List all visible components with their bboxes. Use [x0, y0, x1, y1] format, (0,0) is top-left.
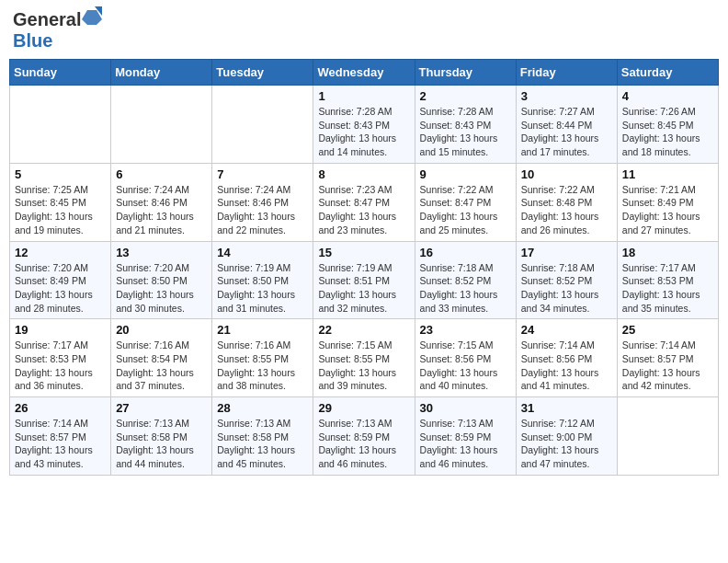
- day-number: 19: [15, 323, 106, 337]
- week-row-2: 5Sunrise: 7:25 AM Sunset: 8:45 PM Daylig…: [10, 163, 719, 241]
- day-info: Sunrise: 7:13 AM Sunset: 8:58 PM Dayligh…: [116, 417, 207, 471]
- day-number: 26: [15, 401, 106, 415]
- calendar-cell: [617, 397, 718, 476]
- calendar-cell: 3Sunrise: 7:27 AM Sunset: 8:44 PM Daylig…: [516, 86, 617, 164]
- day-number: 28: [217, 401, 308, 415]
- calendar-cell: 13Sunrise: 7:20 AM Sunset: 8:50 PM Dayli…: [111, 241, 212, 319]
- day-number: 27: [116, 401, 207, 415]
- day-info: Sunrise: 7:19 AM Sunset: 8:50 PM Dayligh…: [217, 261, 308, 316]
- day-info: Sunrise: 7:14 AM Sunset: 8:56 PM Dayligh…: [521, 339, 612, 393]
- weekday-header-wednesday: Wednesday: [313, 60, 415, 86]
- day-info: Sunrise: 7:12 AM Sunset: 9:00 PM Dayligh…: [521, 417, 612, 471]
- calendar-cell: [111, 86, 212, 164]
- day-info: Sunrise: 7:14 AM Sunset: 8:57 PM Dayligh…: [15, 417, 106, 471]
- day-info: Sunrise: 7:27 AM Sunset: 8:44 PM Dayligh…: [521, 105, 612, 159]
- calendar-cell: 28Sunrise: 7:13 AM Sunset: 8:58 PM Dayli…: [212, 397, 313, 476]
- day-info: Sunrise: 7:13 AM Sunset: 8:59 PM Dayligh…: [318, 417, 409, 471]
- calendar-cell: 20Sunrise: 7:16 AM Sunset: 8:54 PM Dayli…: [111, 319, 212, 397]
- day-number: 24: [521, 323, 612, 337]
- day-number: 31: [521, 401, 612, 415]
- calendar-cell: 4Sunrise: 7:26 AM Sunset: 8:45 PM Daylig…: [617, 86, 718, 164]
- day-number: 23: [420, 323, 511, 337]
- day-number: 2: [420, 89, 511, 103]
- calendar-cell: 5Sunrise: 7:25 AM Sunset: 8:45 PM Daylig…: [10, 163, 111, 241]
- calendar-cell: 16Sunrise: 7:18 AM Sunset: 8:52 PM Dayli…: [415, 241, 516, 319]
- day-info: Sunrise: 7:14 AM Sunset: 8:57 PM Dayligh…: [622, 339, 713, 393]
- day-info: Sunrise: 7:23 AM Sunset: 8:47 PM Dayligh…: [318, 183, 409, 237]
- day-info: Sunrise: 7:18 AM Sunset: 8:52 PM Dayligh…: [420, 261, 511, 316]
- weekday-header-tuesday: Tuesday: [212, 60, 313, 86]
- day-info: Sunrise: 7:24 AM Sunset: 8:46 PM Dayligh…: [217, 183, 308, 237]
- calendar-cell: 30Sunrise: 7:13 AM Sunset: 8:59 PM Dayli…: [415, 397, 516, 476]
- week-row-1: 1Sunrise: 7:28 AM Sunset: 8:43 PM Daylig…: [10, 86, 719, 164]
- calendar-cell: 22Sunrise: 7:15 AM Sunset: 8:55 PM Dayli…: [313, 319, 415, 397]
- day-number: 29: [318, 401, 409, 415]
- day-info: Sunrise: 7:13 AM Sunset: 8:59 PM Dayligh…: [420, 417, 511, 471]
- calendar-cell: 19Sunrise: 7:17 AM Sunset: 8:53 PM Dayli…: [10, 319, 111, 397]
- day-number: 4: [622, 89, 713, 103]
- calendar-cell: [212, 86, 313, 164]
- day-number: 13: [116, 246, 207, 259]
- day-number: 14: [217, 246, 308, 259]
- day-info: Sunrise: 7:28 AM Sunset: 8:43 PM Dayligh…: [318, 105, 409, 159]
- calendar-cell: 12Sunrise: 7:20 AM Sunset: 8:49 PM Dayli…: [10, 241, 111, 319]
- day-info: Sunrise: 7:21 AM Sunset: 8:49 PM Dayligh…: [622, 183, 713, 237]
- day-number: 22: [318, 323, 409, 337]
- day-number: 20: [116, 323, 207, 337]
- day-number: 12: [15, 246, 106, 259]
- day-number: 16: [420, 246, 511, 259]
- calendar-cell: 14Sunrise: 7:19 AM Sunset: 8:50 PM Dayli…: [212, 241, 313, 319]
- calendar-cell: 24Sunrise: 7:14 AM Sunset: 8:56 PM Dayli…: [516, 319, 617, 397]
- day-info: Sunrise: 7:26 AM Sunset: 8:45 PM Dayligh…: [622, 105, 713, 159]
- logo-general-text: General: [13, 9, 81, 30]
- day-number: 5: [15, 167, 106, 181]
- day-number: 7: [217, 167, 308, 181]
- calendar-table: SundayMondayTuesdayWednesdayThursdayFrid…: [9, 59, 719, 476]
- week-row-5: 26Sunrise: 7:14 AM Sunset: 8:57 PM Dayli…: [10, 397, 719, 476]
- day-number: 11: [622, 167, 713, 181]
- calendar-cell: 27Sunrise: 7:13 AM Sunset: 8:58 PM Dayli…: [111, 397, 212, 476]
- calendar-cell: 6Sunrise: 7:24 AM Sunset: 8:46 PM Daylig…: [111, 163, 212, 241]
- day-info: Sunrise: 7:19 AM Sunset: 8:51 PM Dayligh…: [318, 261, 409, 316]
- calendar-cell: 15Sunrise: 7:19 AM Sunset: 8:51 PM Dayli…: [313, 241, 415, 319]
- logo: General Blue: [13, 9, 102, 52]
- day-info: Sunrise: 7:13 AM Sunset: 8:58 PM Dayligh…: [217, 417, 308, 471]
- day-info: Sunrise: 7:17 AM Sunset: 8:53 PM Dayligh…: [622, 261, 713, 316]
- day-info: Sunrise: 7:25 AM Sunset: 8:45 PM Dayligh…: [15, 183, 106, 237]
- calendar-cell: 25Sunrise: 7:14 AM Sunset: 8:57 PM Dayli…: [617, 319, 718, 397]
- day-number: 18: [622, 246, 713, 259]
- day-info: Sunrise: 7:15 AM Sunset: 8:55 PM Dayligh…: [318, 339, 409, 393]
- day-info: Sunrise: 7:16 AM Sunset: 8:55 PM Dayligh…: [217, 339, 308, 393]
- calendar-cell: 26Sunrise: 7:14 AM Sunset: 8:57 PM Dayli…: [10, 397, 111, 476]
- day-info: Sunrise: 7:18 AM Sunset: 8:52 PM Dayligh…: [521, 261, 612, 316]
- day-number: 15: [318, 246, 409, 259]
- logo-icon: [82, 6, 102, 27]
- day-number: 9: [420, 167, 511, 181]
- day-number: 17: [521, 246, 612, 259]
- day-number: 25: [622, 323, 713, 337]
- day-info: Sunrise: 7:28 AM Sunset: 8:43 PM Dayligh…: [420, 105, 511, 159]
- day-number: 21: [217, 323, 308, 337]
- weekday-header-saturday: Saturday: [617, 60, 718, 86]
- calendar-cell: 29Sunrise: 7:13 AM Sunset: 8:59 PM Dayli…: [313, 397, 415, 476]
- calendar-cell: 18Sunrise: 7:17 AM Sunset: 8:53 PM Dayli…: [617, 241, 718, 319]
- calendar-cell: 21Sunrise: 7:16 AM Sunset: 8:55 PM Dayli…: [212, 319, 313, 397]
- day-number: 3: [521, 89, 612, 103]
- calendar-cell: 8Sunrise: 7:23 AM Sunset: 8:47 PM Daylig…: [313, 163, 415, 241]
- calendar-cell: 10Sunrise: 7:22 AM Sunset: 8:48 PM Dayli…: [516, 163, 617, 241]
- day-number: 1: [318, 89, 409, 103]
- day-info: Sunrise: 7:15 AM Sunset: 8:56 PM Dayligh…: [420, 339, 511, 393]
- day-number: 10: [521, 167, 612, 181]
- day-info: Sunrise: 7:20 AM Sunset: 8:50 PM Dayligh…: [116, 261, 207, 316]
- day-info: Sunrise: 7:24 AM Sunset: 8:46 PM Dayligh…: [116, 183, 207, 237]
- week-row-4: 19Sunrise: 7:17 AM Sunset: 8:53 PM Dayli…: [10, 319, 719, 397]
- calendar-cell: 2Sunrise: 7:28 AM Sunset: 8:43 PM Daylig…: [415, 86, 516, 164]
- calendar-cell: 31Sunrise: 7:12 AM Sunset: 9:00 PM Dayli…: [516, 397, 617, 476]
- calendar-cell: 11Sunrise: 7:21 AM Sunset: 8:49 PM Dayli…: [617, 163, 718, 241]
- calendar-cell: 1Sunrise: 7:28 AM Sunset: 8:43 PM Daylig…: [313, 86, 415, 164]
- weekday-header-friday: Friday: [516, 60, 617, 86]
- weekday-header-sunday: Sunday: [10, 60, 111, 86]
- day-number: 8: [318, 167, 409, 181]
- weekday-header-row: SundayMondayTuesdayWednesdayThursdayFrid…: [10, 60, 719, 86]
- weekday-header-thursday: Thursday: [415, 60, 516, 86]
